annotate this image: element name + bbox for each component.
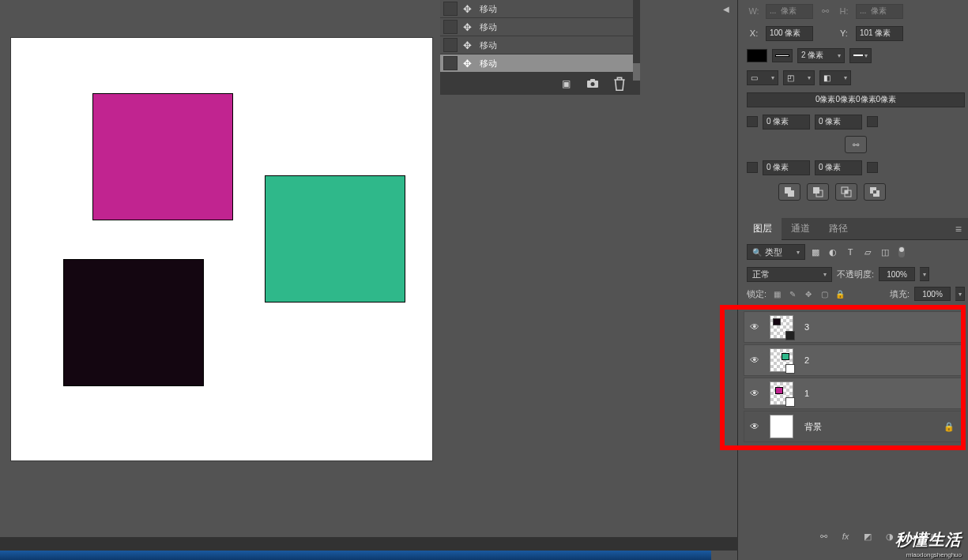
svg-rect-4 <box>788 190 794 197</box>
panel-collapse-icon[interactable]: ◀ <box>721 3 732 14</box>
svg-rect-1 <box>590 79 595 81</box>
canvas[interactable] <box>11 38 432 460</box>
pathop-exclude-button[interactable] <box>864 183 886 201</box>
stroke-width-select[interactable]: 2 像素▾ <box>797 48 845 63</box>
filter-shape-icon[interactable]: ▱ <box>861 245 875 259</box>
visibility-icon[interactable]: 👁 <box>744 421 765 432</box>
layer-row[interactable]: 👁 3 <box>744 311 963 343</box>
tab-paths[interactable]: 路径 <box>819 218 857 240</box>
y-input[interactable] <box>856 26 903 41</box>
opacity-dropdown[interactable]: ▾ <box>920 267 929 281</box>
stroke-type-select[interactable]: ▾ <box>849 48 872 63</box>
move-icon: ✥ <box>461 21 473 33</box>
shape-rect-3[interactable] <box>63 259 204 386</box>
opacity-input[interactable]: 100% <box>879 267 915 281</box>
lock-icon: 🔒 <box>944 422 955 432</box>
camera-icon[interactable] <box>586 78 599 89</box>
panel-menu-icon[interactable]: ≡ <box>949 223 968 235</box>
corner-tr-input[interactable] <box>815 115 862 130</box>
filter-adjust-icon[interactable]: ◐ <box>826 245 840 259</box>
history-checkbox[interactable] <box>443 2 458 16</box>
corner-br-input[interactable] <box>815 160 862 175</box>
history-item-selected[interactable]: ✥ 移动 <box>440 54 640 73</box>
blend-row: 正常▾ 不透明度: 100% ▾ <box>744 264 968 284</box>
layer-row-background[interactable]: 👁 背景 🔒 <box>744 411 963 442</box>
corner-tl-input[interactable] <box>763 115 810 130</box>
fill-dropdown[interactable]: ▾ <box>955 287 965 301</box>
history-label: 移动 <box>480 3 497 15</box>
move-icon: ✥ <box>461 3 473 15</box>
history-scrollbar[interactable] <box>633 0 640 81</box>
layer-name[interactable]: 1 <box>804 389 809 398</box>
filter-pixel-icon[interactable]: ▩ <box>808 245 823 259</box>
new-snapshot-icon[interactable]: ▣ <box>559 78 572 89</box>
shape-rect-2[interactable] <box>265 175 405 303</box>
move-icon: ✥ <box>461 39 473 51</box>
lock-position-icon[interactable]: ✥ <box>803 288 814 299</box>
corner-all-input[interactable] <box>747 92 965 107</box>
pathop-subtract-button[interactable] <box>807 183 829 201</box>
layer-name[interactable]: 3 <box>804 322 809 332</box>
history-label: 移动 <box>480 58 497 70</box>
filter-smart-icon[interactable]: ◫ <box>878 245 892 259</box>
w-label: W: <box>747 6 761 16</box>
trash-icon[interactable] <box>613 78 626 89</box>
fill-input[interactable]: 100% <box>914 287 951 301</box>
x-input[interactable] <box>766 26 813 41</box>
layer-row[interactable]: 👁 2 <box>744 344 963 376</box>
layer-name[interactable]: 2 <box>804 355 809 365</box>
lock-transparent-icon[interactable]: ▦ <box>771 288 782 299</box>
scrollbar-thumb[interactable] <box>633 63 640 81</box>
h-input[interactable] <box>856 4 903 19</box>
fx-icon[interactable]: fx <box>838 530 853 543</box>
right-sidebar: W: ⚯ H: X: Y: 2 像素▾ ▾ ▭▾ ◰▾ ◧▾ <box>738 0 968 560</box>
shape-rect-1[interactable] <box>92 93 233 220</box>
w-input[interactable] <box>766 4 813 19</box>
layer-thumbnail[interactable] <box>770 415 793 438</box>
link-layers-icon[interactable]: ⚯ <box>816 530 831 543</box>
pathop-intersect-button[interactable] <box>835 183 857 201</box>
lock-label: 锁定: <box>747 288 766 300</box>
cap-select[interactable]: ▭▾ <box>747 70 778 85</box>
history-checkbox[interactable] <box>443 38 458 52</box>
history-label: 移动 <box>480 39 497 51</box>
corner-select[interactable]: ◰▾ <box>783 70 815 85</box>
pathop-combine-button[interactable] <box>778 183 800 201</box>
link-wh-icon[interactable]: ⚯ <box>818 6 832 17</box>
link-corners-button[interactable]: ⚯ <box>845 136 867 153</box>
search-icon: 🔍 <box>752 248 762 257</box>
tab-layers[interactable]: 图层 <box>744 218 782 240</box>
opacity-label: 不透明度: <box>837 269 874 280</box>
taskbar[interactable] <box>0 551 711 560</box>
filter-text-icon[interactable]: T <box>843 245 857 259</box>
tab-channels[interactable]: 通道 <box>782 218 819 240</box>
lock-pixels-icon[interactable]: ✎ <box>787 288 798 299</box>
align-select[interactable]: ◧▾ <box>819 70 851 85</box>
fill-color-swatch[interactable] <box>747 49 767 62</box>
history-checkbox[interactable] <box>443 56 458 70</box>
corner-br-toggle[interactable] <box>867 162 878 173</box>
filter-toggle[interactable] <box>898 246 905 257</box>
corner-tr-toggle[interactable] <box>867 116 878 127</box>
visibility-icon[interactable]: 👁 <box>744 321 765 333</box>
history-checkbox[interactable] <box>443 20 458 34</box>
corner-bl-input[interactable] <box>763 160 810 175</box>
history-item[interactable]: ✥ 移动 <box>440 0 640 18</box>
stroke-color-swatch[interactable] <box>772 49 793 62</box>
lock-artboard-icon[interactable]: ▢ <box>819 288 830 299</box>
corner-tl-toggle[interactable] <box>747 116 758 127</box>
corner-bl-toggle[interactable] <box>747 162 758 173</box>
filter-type-select[interactable]: 🔍 类型 ▾ <box>747 244 805 260</box>
lock-all-icon[interactable]: 🔒 <box>834 288 846 299</box>
layer-row[interactable]: 👁 1 <box>744 378 963 409</box>
bottom-scrollbar[interactable] <box>0 537 738 551</box>
svg-point-2 <box>591 82 595 86</box>
panel-tabs: 图层 通道 路径 ≡ <box>744 218 968 240</box>
visibility-icon[interactable]: 👁 <box>744 388 765 399</box>
blend-mode-select[interactable]: 正常▾ <box>747 267 832 282</box>
mask-icon[interactable]: ◩ <box>861 530 875 543</box>
layer-name[interactable]: 背景 <box>804 421 822 433</box>
visibility-icon[interactable]: 👁 <box>744 355 765 366</box>
history-item[interactable]: ✥ 移动 <box>440 36 640 54</box>
history-item[interactable]: ✥ 移动 <box>440 18 640 36</box>
